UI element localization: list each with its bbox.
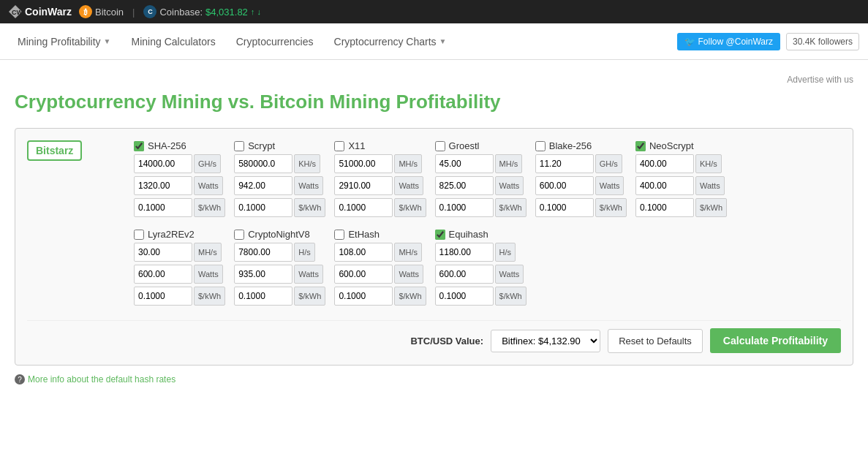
reset-defaults-button[interactable]: Reset to Defaults [608,329,703,353]
equihash-power-input[interactable] [435,265,494,284]
cryptonightv8-power-input[interactable] [234,265,293,284]
sha256-checkbox[interactable] [134,141,144,151]
blake256-cost-input[interactable] [535,198,594,217]
followers-count: 30.4K followers [786,33,859,50]
cryptonightv8-power-unit: Watts [294,265,323,284]
ethash-cost-input[interactable] [334,287,393,306]
groestl-power-input[interactable] [435,176,494,195]
blake256-checkbox[interactable] [535,141,546,151]
scrypt-cost-unit: $/kWh [294,198,325,217]
nav-mining-calculators[interactable]: Mining Calculators [123,26,224,58]
equihash-cost-input[interactable] [435,287,494,306]
blake256-power-input[interactable] [535,176,594,195]
logo[interactable]: CW CoinWarz [9,5,72,18]
sha256-cost-input[interactable] [134,198,192,217]
x11-hashrate-unit: MH/s [394,154,422,173]
algo-cryptonightv8: CryptoNightV8 H/s Watts $/kWh [234,229,325,306]
neoscrypt-label: NeoScrypt [649,140,694,151]
twitter-bird-icon: 🐦 [684,37,695,47]
chevron-down-icon-2: ▼ [439,37,447,45]
neoscrypt-hashrate-unit: KH/s [695,154,722,173]
scrypt-power-unit: Watts [294,176,323,195]
scrypt-checkbox[interactable] [234,141,244,151]
algo-row-2: Lyra2REv2 MH/s Watts $/kWh [134,229,841,306]
lyra2rev2-power-unit: Watts [194,265,223,284]
neoscrypt-cost-unit: $/kWh [695,198,727,217]
nav-mining-profitability[interactable]: Mining Profitability ▼ [9,26,120,58]
lyra2rev2-cost-input[interactable] [134,287,192,306]
cryptonightv8-hashrate-input[interactable] [234,243,293,262]
coinbase-icon: C [143,5,156,18]
algo-sha256: SHA-256 GH/s Watts $/kWh [134,140,225,217]
cryptonightv8-hashrate-unit: H/s [294,243,315,262]
navigation-bar: Mining Profitability ▼ Mining Calculator… [0,23,868,60]
header-sep1: | [132,7,135,18]
nav-cryptocurrencies[interactable]: Cryptocurrencies [227,26,322,58]
groestl-checkbox[interactable] [435,141,445,151]
x11-power-input[interactable] [334,176,393,195]
advertise-link[interactable]: Advertise with us [15,75,853,85]
groestl-cost-unit: $/kWh [495,198,527,217]
algo-ethash: EtHash MH/s Watts $/kWh [334,229,426,306]
scrypt-hashrate-input[interactable] [234,154,293,173]
lyra2rev2-hashrate-input[interactable] [134,243,192,262]
cryptonightv8-label: CryptoNightV8 [248,229,310,240]
calculator-box: Bitstarz SHA-256 GH/s [15,128,853,366]
nav-crypto-charts[interactable]: Cryptocurrency Charts ▼ [325,26,456,58]
scrypt-cost-input[interactable] [234,198,293,217]
sha256-power-unit: Watts [194,176,223,195]
equihash-power-unit: Watts [495,265,524,284]
groestl-cost-input[interactable] [435,198,494,217]
ethash-power-input[interactable] [334,265,393,284]
algorithms-area: SHA-256 GH/s Watts $/kWh [134,140,841,306]
algo-neoscrypt: NeoScrypt KH/s Watts $/kWh [635,140,727,217]
sha256-hashrate-unit: GH/s [194,154,221,173]
algo-groestl: Groestl MH/s Watts $/kWh [435,140,527,217]
blake256-hashrate-unit: GH/s [595,154,622,173]
blake256-label: Blake-256 [549,140,592,151]
equihash-hashrate-input[interactable] [435,243,494,262]
equihash-checkbox[interactable] [435,230,445,240]
price-arrow: ↑ ↓ [251,7,261,16]
sha256-power-input[interactable] [134,176,192,195]
x11-cost-unit: $/kWh [394,198,426,217]
neoscrypt-power-input[interactable] [635,176,694,195]
sha256-hashrate-input[interactable] [134,154,192,173]
algo-equihash: Equihash H/s Watts $/kWh [435,229,527,306]
btc-value-select[interactable]: Bitfinex: $4,132.90 [491,330,600,352]
scrypt-power-input[interactable] [234,176,293,195]
x11-cost-input[interactable] [334,198,393,217]
x11-checkbox[interactable] [334,141,344,151]
coinbase-header-item: C Coinbase: $4,031.82 ↑ ↓ [143,5,260,18]
x11-hashrate-input[interactable] [334,154,393,173]
groestl-hashrate-input[interactable] [435,154,494,173]
cryptonightv8-checkbox[interactable] [234,230,244,240]
page-title: Cryptocurrency Mining vs. Bitcoin Mining… [15,91,853,113]
lyra2rev2-power-input[interactable] [134,265,192,284]
lyra2rev2-checkbox[interactable] [134,230,144,240]
header-bar: CW CoinWarz ₿ Bitcoin | C Coinbase: $4,0… [0,0,868,23]
neoscrypt-cost-input[interactable] [635,198,694,217]
bitstarz-button[interactable]: Bitstarz [27,140,82,161]
blake256-hashrate-input[interactable] [535,154,594,173]
bitcoin-header-item: ₿ Bitcoin [79,5,124,18]
algo-row-1: SHA-256 GH/s Watts $/kWh [134,140,841,217]
scrypt-label: Scrypt [248,140,275,151]
footer-note[interactable]: ? More info about the default hash rates [15,374,853,385]
ethash-hashrate-unit: MH/s [394,243,422,262]
calculate-profitability-button[interactable]: Calculate Profitability [710,328,841,353]
twitter-follow-button[interactable]: 🐦 Follow @CoinWarz [677,33,780,50]
bottom-bar: BTC/USD Value: Bitfinex: $4,132.90 Reset… [27,320,841,353]
lyra2rev2-hashrate-unit: MH/s [194,243,222,262]
groestl-hashrate-unit: MH/s [495,154,523,173]
ethash-checkbox[interactable] [334,230,344,240]
scrypt-hashrate-unit: KH/s [294,154,320,173]
ethash-label: EtHash [348,229,380,240]
neoscrypt-checkbox[interactable] [635,141,646,151]
ethash-hashrate-input[interactable] [334,243,393,262]
cryptonightv8-cost-input[interactable] [234,287,293,306]
neoscrypt-hashrate-input[interactable] [635,154,694,173]
nav-left: Mining Profitability ▼ Mining Calculator… [9,26,455,58]
svg-text:CW: CW [12,9,22,16]
algo-x11: X11 MH/s Watts $/kWh [334,140,426,217]
